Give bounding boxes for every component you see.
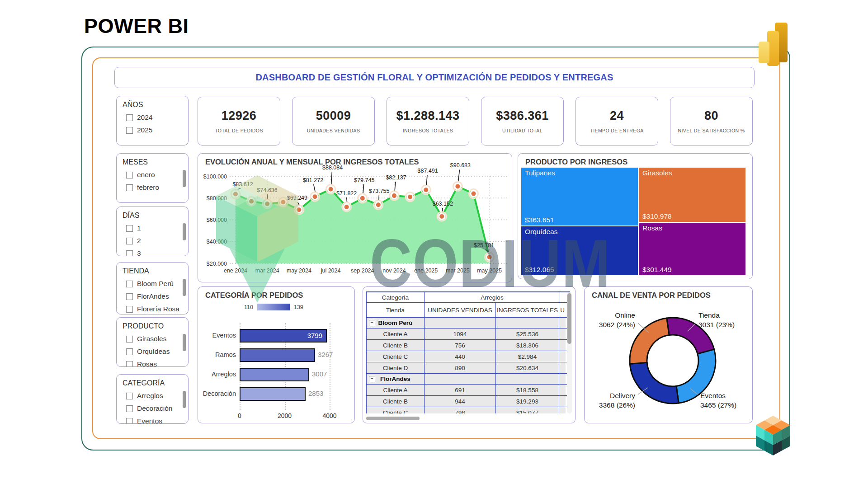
- slicer-item[interactable]: Eventos: [126, 417, 188, 424]
- slicer-item[interactable]: 1: [126, 224, 188, 232]
- table-row: TiendaUNIDADES VENDIDASINGRESOS TOTALESU: [367, 302, 569, 317]
- table-cell-text: Cliente C: [383, 353, 408, 360]
- data-point[interactable]: [233, 191, 239, 197]
- data-point[interactable]: [486, 254, 492, 260]
- slicer-item[interactable]: febrero: [126, 183, 188, 192]
- bar-value: 3007: [312, 370, 327, 378]
- data-point[interactable]: [392, 193, 397, 199]
- checkbox-icon[interactable]: [126, 225, 133, 232]
- slicer-scrollbar-thumb[interactable]: [183, 170, 186, 187]
- kpi-value: $1.288.143: [396, 109, 459, 123]
- x-axis-tick: nov 2024: [382, 267, 406, 274]
- bar-value: 2853: [308, 389, 323, 397]
- slicer-item[interactable]: enero: [126, 171, 188, 179]
- donut-chart-panel: CANAL DE VENTA POR PEDIDOS Tienda3031 (2…: [584, 286, 753, 423]
- data-point[interactable]: [280, 199, 286, 205]
- kpi-card: $386.361UTILIDAD TOTAL: [481, 97, 564, 145]
- data-point[interactable]: [423, 187, 429, 193]
- checkbox-icon[interactable]: [126, 127, 133, 134]
- treemap-tile-girasoles[interactable]: Girasoles$310.978: [639, 168, 745, 222]
- checkbox-icon[interactable]: [126, 306, 133, 313]
- bar-chart-panel: CATEGORÍA POR PEDIDOS 110 139 020004000E…: [198, 286, 355, 423]
- treemap-tile-orquídeas[interactable]: Orquídeas$312.065: [521, 226, 638, 275]
- checkbox-icon[interactable]: [126, 418, 133, 424]
- donut-chart: Tienda3031 (23%)Eventos3465 (27%)Deliver…: [585, 287, 753, 424]
- slicer-item[interactable]: Girasoles: [126, 335, 188, 343]
- slicer-item-label: 2: [137, 237, 141, 245]
- slicer-scrollbar-thumb[interactable]: [183, 391, 186, 408]
- data-point[interactable]: [375, 202, 381, 208]
- table-cell: Cliente B: [367, 340, 424, 351]
- table-cell: INGRESOS TOTALES: [495, 303, 559, 317]
- donut-slice-delivery[interactable]: [630, 362, 679, 404]
- table-cell: [560, 292, 566, 302]
- collapse-icon[interactable]: −: [369, 320, 375, 326]
- data-point[interactable]: [439, 213, 445, 219]
- data-point[interactable]: [249, 198, 255, 204]
- bar-eventos[interactable]: 3799: [240, 329, 327, 343]
- data-point[interactable]: [471, 191, 476, 197]
- bar-category-label: Decoración: [198, 390, 236, 397]
- treemap-tile-tulipanes[interactable]: Tulipanes$363.651: [521, 168, 638, 225]
- data-point[interactable]: [296, 207, 302, 213]
- table-panel: CategoríaArreglosTiendaUNIDADES VENDIDAS…: [363, 286, 576, 423]
- checkbox-icon[interactable]: [126, 238, 133, 244]
- slicer-item[interactable]: Orquídeas: [126, 347, 188, 356]
- vertical-scroll-thumb[interactable]: [567, 293, 571, 344]
- slicer-scrollbar-thumb[interactable]: [183, 223, 186, 240]
- checkbox-icon[interactable]: [126, 393, 133, 399]
- slicer-item[interactable]: Florería Rosa: [126, 305, 188, 313]
- y-axis-tick: $100.000: [203, 174, 227, 180]
- slicer-item[interactable]: 2025: [126, 126, 188, 134]
- checkbox-icon[interactable]: [126, 348, 133, 355]
- bar-chart: 020004000Eventos3799Ramos3267Arreglos300…: [198, 287, 354, 423]
- slicer-item[interactable]: Rosas: [126, 360, 188, 367]
- table-cell-text: Cliente A: [383, 387, 407, 394]
- table-cell: $18.306: [495, 340, 559, 351]
- checkbox-icon[interactable]: [126, 361, 133, 367]
- data-point-label: $87.491: [418, 168, 438, 174]
- table-horizontal-scrollbar[interactable]: [366, 417, 420, 420]
- slicer-item[interactable]: Decoración: [126, 404, 188, 413]
- data-point[interactable]: [344, 204, 349, 210]
- slicer-item[interactable]: FlorAndes: [126, 292, 188, 300]
- checkbox-icon[interactable]: [126, 250, 133, 257]
- data-point[interactable]: [407, 194, 413, 200]
- slicer-item[interactable]: Bloom Perú: [126, 280, 188, 288]
- kpi-value: $386.361: [496, 109, 549, 123]
- slicer-scrollbar-thumb[interactable]: [183, 279, 186, 296]
- table-vertical-scrollbar[interactable]: [567, 292, 572, 413]
- checkbox-icon[interactable]: [126, 405, 133, 412]
- collapse-icon[interactable]: −: [369, 376, 375, 382]
- slicer-item-label: Orquídeas: [137, 347, 170, 356]
- data-point[interactable]: [312, 194, 318, 200]
- treemap-tile-rosas[interactable]: Rosas$301.449: [639, 223, 745, 275]
- bar-ramos[interactable]: [240, 348, 315, 362]
- checkbox-icon[interactable]: [126, 293, 133, 300]
- slicer-scrollbar-thumb[interactable]: [183, 334, 186, 351]
- x-axis-tick: ene 2025: [414, 267, 438, 274]
- checkbox-icon[interactable]: [126, 114, 133, 121]
- x-axis-tick: mar 2024: [255, 267, 279, 274]
- data-point[interactable]: [328, 186, 334, 192]
- data-point[interactable]: [359, 195, 365, 201]
- checkbox-icon[interactable]: [126, 184, 133, 191]
- slicer-item[interactable]: Arreglos: [126, 392, 188, 400]
- filter-slicer-días: DÍAS123: [116, 206, 189, 256]
- checkbox-icon[interactable]: [126, 336, 133, 343]
- data-point[interactable]: [264, 201, 270, 207]
- checkbox-icon[interactable]: [126, 281, 133, 287]
- kpi-label: UNIDADES VENDIDAS: [307, 128, 360, 133]
- bar-decoración[interactable]: [240, 387, 306, 401]
- slicer-item[interactable]: 2: [126, 237, 188, 245]
- donut-slice-online[interactable]: [630, 318, 669, 364]
- dashboard-title-bar: DASHBOARD DE GESTIÓN FLORAL Y OPTIMIZACI…: [114, 67, 755, 88]
- data-point[interactable]: [455, 183, 461, 189]
- slicer-item[interactable]: 3: [126, 249, 188, 256]
- bar-arreglos[interactable]: [240, 368, 309, 381]
- donut-label-name: Delivery: [610, 392, 635, 399]
- x-axis-tick: sep 2024: [351, 267, 374, 274]
- data-point-label: $83.612: [232, 181, 253, 188]
- checkbox-icon[interactable]: [126, 172, 133, 178]
- slicer-item[interactable]: 2024: [126, 113, 188, 122]
